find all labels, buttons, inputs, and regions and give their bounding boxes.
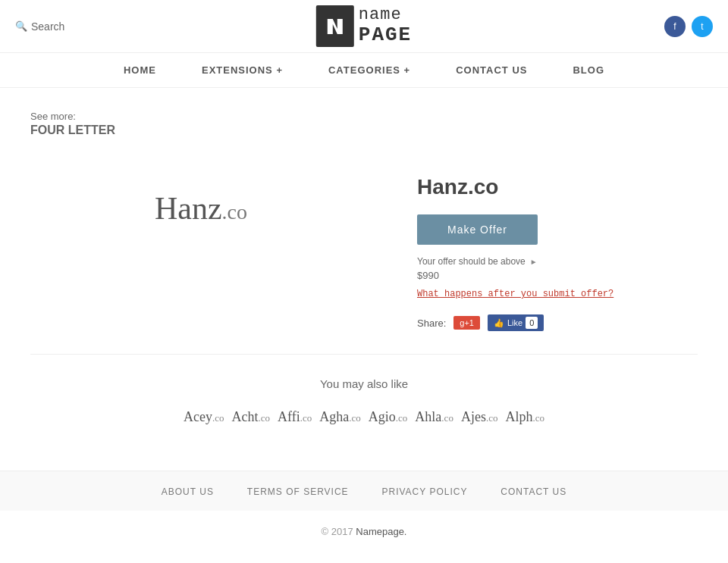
list-item[interactable]: Agha.co: [319, 409, 361, 425]
share-label: Share:: [417, 317, 446, 329]
nav-item-home[interactable]: HOME: [101, 53, 179, 87]
offer-price: $990: [417, 270, 698, 281]
logo-name: name: [359, 6, 412, 24]
offer-hint-arrow-icon: ►: [530, 258, 538, 266]
also-like-title: You may also like: [30, 377, 698, 390]
logo-page: PAGE: [359, 24, 412, 46]
domain-logo-area: Hanz.co: [30, 160, 372, 257]
also-like-section: You may also like Acey.co Acht.co Affi.c…: [30, 377, 698, 448]
google-plus-button[interactable]: g+1: [453, 316, 480, 330]
main-nav: HOME EXTENSIONS + CATEGORIES + CONTACT U…: [0, 53, 728, 88]
logo-text: name PAGE: [359, 6, 412, 46]
list-item[interactable]: Alph.co: [505, 409, 544, 425]
nav-item-extensions[interactable]: EXTENSIONS +: [179, 53, 306, 87]
what-happens-link[interactable]: What happens after you submit offer?: [417, 289, 698, 299]
breadcrumb-link[interactable]: FOUR LETTER: [30, 124, 698, 137]
domain-list: Acey.co Acht.co Affi.co Agha.co Agio.co …: [30, 409, 698, 425]
facebook-link[interactable]: f: [664, 16, 686, 37]
list-item[interactable]: Acey.co: [184, 409, 224, 425]
footer-privacy-link[interactable]: PRIVACY POLICY: [381, 486, 467, 497]
search-icon: 🔍: [15, 20, 27, 32]
nav-item-blog[interactable]: BLOG: [550, 53, 627, 87]
logo-link[interactable]: name PAGE: [316, 5, 412, 47]
gplus-label: g+1: [460, 318, 474, 327]
nav-item-contact[interactable]: CONTACT US: [433, 53, 550, 87]
offer-hint-text: Your offer should be above: [417, 256, 526, 267]
footer: ABOUT US TERMS OF SERVICE PRIVACY POLICY…: [0, 471, 728, 552]
domain-display-logo: Hanz.co: [155, 190, 247, 227]
footer-terms-link[interactable]: TERMS OF SERVICE: [247, 486, 349, 497]
list-item[interactable]: Acht.co: [232, 409, 271, 425]
twitter-icon: t: [701, 21, 703, 32]
list-item[interactable]: Agio.co: [369, 409, 408, 425]
footer-about-link[interactable]: ABOUT US: [162, 486, 214, 497]
logo: name PAGE: [316, 5, 412, 47]
copyright-text: © 2017: [322, 526, 353, 537]
fb-thumb-icon: 👍: [494, 318, 504, 328]
twitter-link[interactable]: t: [692, 16, 713, 37]
breadcrumb: See more: FOUR LETTER: [30, 111, 698, 137]
footer-copyright: © 2017 Namepage.: [0, 511, 728, 552]
footer-links: ABOUT US TERMS OF SERVICE PRIVACY POLICY…: [0, 471, 728, 511]
share-row: Share: g+1 👍 Like 0: [417, 314, 698, 331]
section-divider: [30, 354, 698, 355]
list-item[interactable]: Ajes.co: [461, 409, 498, 425]
domain-logo-name: Hanz: [155, 191, 222, 226]
domain-logo-tld: .co: [222, 200, 247, 224]
make-offer-button[interactable]: Make Offer: [417, 214, 538, 245]
domain-title: Hanz.co: [417, 175, 698, 199]
domain-info: Hanz.co Make Offer Your offer should be …: [417, 160, 698, 331]
nav-item-categories[interactable]: CATEGORIES +: [306, 53, 433, 87]
main-content: See more: FOUR LETTER Hanz.co Hanz.co Ma…: [0, 88, 728, 471]
facebook-like-button[interactable]: 👍 Like 0: [488, 314, 544, 331]
search-bar[interactable]: 🔍 Search: [15, 20, 64, 33]
breadcrumb-prefix: See more:: [30, 111, 76, 122]
social-icons: f t: [664, 16, 713, 37]
brand-link[interactable]: Namepage.: [356, 526, 406, 537]
list-item[interactable]: Affi.co: [278, 409, 312, 425]
search-label: Search: [31, 20, 64, 33]
domain-section: Hanz.co Hanz.co Make Offer Your offer sh…: [30, 160, 698, 331]
list-item[interactable]: Ahla.co: [415, 409, 453, 425]
footer-contact-link[interactable]: CONTACT US: [500, 486, 566, 497]
logo-icon: [316, 5, 354, 47]
offer-hint: Your offer should be above ►: [417, 256, 698, 267]
header: 🔍 Search name PAGE f t: [0, 0, 728, 53]
facebook-icon: f: [673, 21, 676, 32]
fb-like-count: 0: [526, 317, 538, 329]
fb-like-label: Like: [507, 318, 522, 327]
